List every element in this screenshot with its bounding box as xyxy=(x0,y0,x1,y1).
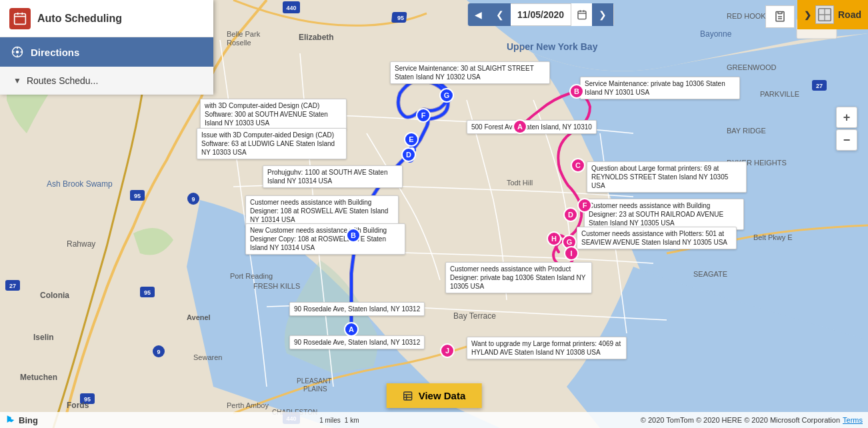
svg-text:Rahway: Rahway xyxy=(67,239,95,249)
svg-text:FRESH KILLS: FRESH KILLS xyxy=(253,282,300,290)
marker-d-blue: D xyxy=(401,147,416,162)
svg-text:Sewaren: Sewaren xyxy=(193,353,222,361)
svg-text:Belle Park: Belle Park xyxy=(227,30,261,38)
bing-logo: Bing xyxy=(5,415,38,425)
prev-arrow-button[interactable]: ◀ xyxy=(468,3,489,26)
date-display: 11/05/2020 xyxy=(511,4,571,25)
marker-a-blue-mid: A xyxy=(344,322,359,337)
svg-text:BAY RIDGE: BAY RIDGE xyxy=(727,127,766,135)
sidebar: Auto Scheduling Directions ▼ Routes Sche… xyxy=(0,0,213,95)
svg-text:PLEASANT: PLEASANT xyxy=(297,377,331,385)
svg-text:RED HOOK: RED HOOK xyxy=(727,12,766,20)
app-icon xyxy=(9,8,31,29)
marker-f-pink-bot: F xyxy=(577,198,592,213)
svg-point-70 xyxy=(16,51,19,54)
svg-text:DYKER HEIGHTS: DYKER HEIGHTS xyxy=(727,159,787,167)
svg-text:Belt Pkwy E: Belt Pkwy E xyxy=(753,233,793,241)
svg-text:Roselle: Roselle xyxy=(227,39,251,47)
svg-text:27: 27 xyxy=(9,283,16,289)
marker-d-pink-bot: D xyxy=(563,207,578,222)
date-navigation: ◀ ❮ 11/05/2020 ❯ xyxy=(467,3,614,26)
marker-e-blue: E xyxy=(404,132,419,147)
svg-text:95: 95 xyxy=(144,289,151,296)
svg-text:Avenel: Avenel xyxy=(187,313,211,321)
svg-text:Bay Terrace: Bay Terrace xyxy=(453,311,496,321)
directions-icon xyxy=(11,45,24,59)
svg-text:Elizabeth: Elizabeth xyxy=(299,33,334,42)
directions-label: Directions xyxy=(31,47,79,58)
svg-text:Port Reading: Port Reading xyxy=(230,272,273,280)
calendar-icon-button[interactable] xyxy=(571,3,592,26)
svg-text:Bayonne: Bayonne xyxy=(700,29,732,39)
marker-b-pink-top: B xyxy=(569,84,584,99)
svg-rect-83 xyxy=(404,392,412,400)
marker-g-blue: G xyxy=(439,88,454,103)
svg-rect-65 xyxy=(15,13,26,24)
svg-text:Todt Hill: Todt Hill xyxy=(507,179,533,187)
zoom-in-button[interactable]: + xyxy=(836,107,857,128)
directions-button[interactable]: Directions xyxy=(0,37,213,67)
view-data-label: View Data xyxy=(419,390,466,401)
marker-f-blue-top: F xyxy=(416,108,431,123)
svg-text:SEAGATE: SEAGATE xyxy=(693,270,727,278)
road-map-icon xyxy=(815,5,834,24)
routes-chevron-icon: ▼ xyxy=(13,76,21,85)
marker-b-blue-mid: B xyxy=(346,228,361,243)
svg-text:9: 9 xyxy=(191,196,195,203)
zoom-out-button[interactable]: − xyxy=(836,129,857,151)
bottom-bar: Bing 1 miles 1 km © 2020 TomTom © 2020 H… xyxy=(0,412,868,428)
terms-link[interactable]: Terms xyxy=(843,416,863,424)
svg-text:PLAINS: PLAINS xyxy=(303,385,327,393)
app-title: Auto Scheduling xyxy=(37,13,122,25)
svg-text:Colonia: Colonia xyxy=(40,291,69,300)
scale-km: 1 km xyxy=(345,417,359,424)
map-zoom-controls: + − xyxy=(836,107,857,151)
svg-rect-79 xyxy=(778,11,782,13)
road-expand-icon: ❯ xyxy=(804,10,811,20)
marker-j-pink: J xyxy=(440,343,455,358)
svg-text:Fords: Fords xyxy=(67,401,89,410)
svg-text:Ash Brook Swamp: Ash Brook Swamp xyxy=(47,179,113,189)
right-controls: ❯ Road xyxy=(765,0,868,29)
svg-text:PARKVILLE: PARKVILLE xyxy=(760,90,799,98)
scale-bar-container: 1 miles 1 km xyxy=(319,417,359,424)
svg-text:GREENWOOD: GREENWOOD xyxy=(727,63,777,71)
svg-text:Metuchen: Metuchen xyxy=(20,373,57,382)
routes-item[interactable]: ▼ Routes Schedu... xyxy=(0,67,213,95)
svg-rect-75 xyxy=(578,11,586,19)
svg-text:95: 95 xyxy=(397,15,404,21)
app-header: Auto Scheduling xyxy=(0,0,213,37)
svg-text:Upper New York Bay: Upper New York Bay xyxy=(507,41,598,52)
scale-miles: 1 miles xyxy=(319,417,341,424)
marker-i-pink: I xyxy=(564,246,579,261)
view-data-button[interactable]: View Data xyxy=(387,383,482,408)
prev-arrow2-button[interactable]: ❮ xyxy=(489,3,511,26)
bing-label: Bing xyxy=(19,415,38,425)
road-label: Road xyxy=(838,9,861,20)
routes-label: Routes Schedu... xyxy=(27,75,98,86)
marker-a-pink-top: A xyxy=(513,119,527,134)
svg-text:9: 9 xyxy=(157,349,160,355)
next-arrow-button[interactable]: ❯ xyxy=(592,3,613,26)
marker-c-pink: C xyxy=(571,158,585,173)
clipboard-button[interactable] xyxy=(765,5,795,28)
marker-h-pink: H xyxy=(547,231,561,246)
svg-text:95: 95 xyxy=(134,193,141,199)
svg-text:27: 27 xyxy=(816,83,823,89)
svg-text:Perth Amboy: Perth Amboy xyxy=(227,401,269,409)
svg-text:Iselin: Iselin xyxy=(33,333,54,342)
svg-text:440: 440 xyxy=(286,5,296,11)
copyright-text: © 2020 TomTom © 2020 HERE © 2020 Microso… xyxy=(641,416,863,424)
road-view-button[interactable]: ❯ Road xyxy=(797,0,868,29)
